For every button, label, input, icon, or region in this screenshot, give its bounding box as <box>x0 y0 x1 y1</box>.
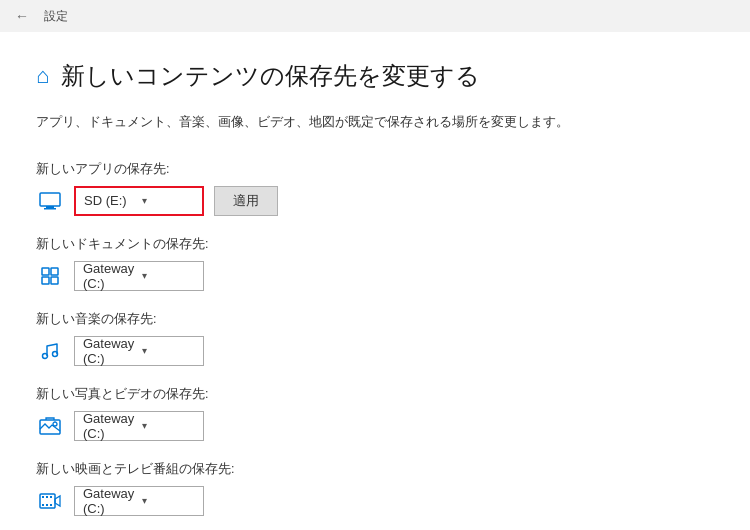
computer-icon <box>36 187 64 215</box>
svg-rect-16 <box>46 504 48 506</box>
svg-point-10 <box>53 422 57 426</box>
movies-icon <box>36 487 64 515</box>
movies-dropdown[interactable]: Gateway (C:) ▾ <box>74 486 204 516</box>
music-section-row: Gateway (C:) ▾ <box>36 336 714 366</box>
photos-section-label: 新しい写真とビデオの保存先: <box>36 386 714 403</box>
photos-section-row: Gateway (C:) ▾ <box>36 411 714 441</box>
documents-dropdown[interactable]: Gateway (C:) ▾ <box>74 261 204 291</box>
apps-section-row: SD (E:) ▾ 適用 <box>36 186 714 216</box>
apps-section: 新しいアプリの保存先: SD (E:) ▾ 適用 <box>36 161 714 216</box>
titlebar-label: 設定 <box>44 8 68 25</box>
svg-rect-13 <box>46 496 48 498</box>
photos-section: 新しい写真とビデオの保存先: Gateway (C:) ▾ <box>36 386 714 441</box>
apps-dropdown-chevron: ▾ <box>142 195 194 206</box>
svg-rect-6 <box>51 277 58 284</box>
page-title: 新しいコンテンツの保存先を変更する <box>61 60 480 92</box>
movies-section-label: 新しい映画とテレビ番組の保存先: <box>36 461 714 478</box>
documents-section: 新しいドキュメントの保存先: Gateway (C:) ▾ <box>36 236 714 291</box>
music-section-label: 新しい音楽の保存先: <box>36 311 714 328</box>
movies-section-row: Gateway (C:) ▾ <box>36 486 714 516</box>
documents-section-row: Gateway (C:) ▾ <box>36 261 714 291</box>
svg-rect-3 <box>42 268 49 275</box>
home-icon: ⌂ <box>36 65 49 87</box>
documents-section-label: 新しいドキュメントの保存先: <box>36 236 714 253</box>
apps-dropdown-value: SD (E:) <box>84 193 136 208</box>
title-bar: ← 設定 <box>0 0 750 32</box>
back-button[interactable]: ← <box>8 2 36 30</box>
svg-rect-0 <box>40 193 60 206</box>
music-icon <box>36 337 64 365</box>
svg-rect-15 <box>42 504 44 506</box>
photos-dropdown-chevron: ▾ <box>142 420 195 431</box>
svg-rect-4 <box>51 268 58 275</box>
documents-dropdown-value: Gateway (C:) <box>83 261 136 291</box>
music-section: 新しい音楽の保存先: Gateway (C:) ▾ <box>36 311 714 366</box>
documents-icon <box>36 262 64 290</box>
documents-dropdown-chevron: ▾ <box>142 270 195 281</box>
svg-rect-1 <box>46 206 54 208</box>
svg-point-8 <box>53 351 58 356</box>
photos-dropdown-value: Gateway (C:) <box>83 411 136 441</box>
svg-rect-2 <box>44 208 56 210</box>
svg-point-7 <box>43 353 48 358</box>
apps-dropdown[interactable]: SD (E:) ▾ <box>74 186 204 216</box>
svg-rect-5 <box>42 277 49 284</box>
apply-button[interactable]: 適用 <box>214 186 278 216</box>
content-area: ⌂ 新しいコンテンツの保存先を変更する アプリ、ドキュメント、音楽、画像、ビデオ… <box>0 32 750 530</box>
photos-icon <box>36 412 64 440</box>
svg-rect-12 <box>42 496 44 498</box>
music-dropdown[interactable]: Gateway (C:) ▾ <box>74 336 204 366</box>
movies-section: 新しい映画とテレビ番組の保存先: Gateway (C:) ▾ <box>36 461 714 516</box>
page-description: アプリ、ドキュメント、音楽、画像、ビデオ、地図が既定で保存される場所を変更します… <box>36 112 596 133</box>
page-header: ⌂ 新しいコンテンツの保存先を変更する <box>36 60 714 92</box>
movies-dropdown-value: Gateway (C:) <box>83 486 136 516</box>
music-dropdown-value: Gateway (C:) <box>83 336 136 366</box>
apps-section-label: 新しいアプリの保存先: <box>36 161 714 178</box>
music-dropdown-chevron: ▾ <box>142 345 195 356</box>
photos-dropdown[interactable]: Gateway (C:) ▾ <box>74 411 204 441</box>
svg-rect-17 <box>50 504 52 506</box>
svg-rect-14 <box>50 496 52 498</box>
movies-dropdown-chevron: ▾ <box>142 495 195 506</box>
